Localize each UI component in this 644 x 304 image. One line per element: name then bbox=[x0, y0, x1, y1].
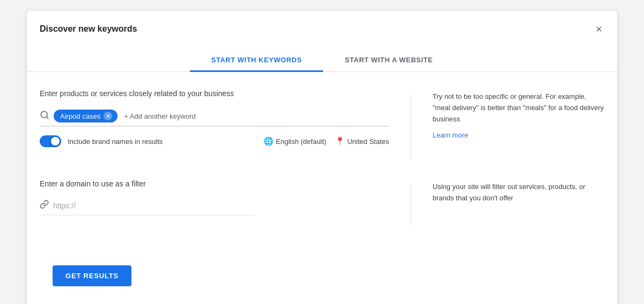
keyword-input-row: Airpod cases ✕ + Add another keyword bbox=[40, 106, 389, 127]
close-button[interactable]: × bbox=[594, 21, 604, 37]
toggle-left: Include brand names in results bbox=[40, 135, 163, 147]
keyword-tag: Airpod cases ✕ bbox=[54, 110, 118, 122]
footer: GET RESULTS bbox=[27, 227, 617, 286]
learn-more-link[interactable]: Learn more bbox=[433, 131, 604, 139]
tabs-container: START WITH KEYWORDS START WITH A WEBSITE bbox=[27, 49, 617, 72]
left-panel-top: Enter products or services closely relat… bbox=[40, 89, 389, 158]
domain-content: Enter a domain to use as a filter Using … bbox=[27, 158, 617, 227]
location-label: United States bbox=[347, 137, 389, 146]
keyword-tag-text: Airpod cases bbox=[60, 112, 100, 120]
locale-info: 🌐 English (default) 📍 United States bbox=[264, 136, 389, 146]
svg-line-1 bbox=[46, 117, 48, 118]
get-results-button[interactable]: GET RESULTS bbox=[53, 265, 131, 286]
domain-left: Enter a domain to use as a filter bbox=[40, 179, 389, 227]
modal-title: Discover new keywords bbox=[40, 24, 137, 34]
section-label: Enter products or services closely relat… bbox=[40, 89, 389, 98]
tab-keywords[interactable]: START WITH KEYWORDS bbox=[190, 49, 324, 72]
keyword-tag-close-button[interactable]: ✕ bbox=[104, 112, 112, 120]
right-panel-top: Try not to be too specific or general. F… bbox=[433, 89, 604, 158]
location-icon: 📍 bbox=[335, 136, 345, 146]
add-keyword-button[interactable]: + Add another keyword bbox=[122, 112, 197, 120]
location-selector[interactable]: 📍 United States bbox=[335, 136, 389, 146]
discover-keywords-modal: Discover new keywords × START WITH KEYWO… bbox=[27, 11, 617, 304]
vertical-divider bbox=[411, 93, 411, 158]
modal-header: Discover new keywords × bbox=[27, 11, 617, 37]
language-label: English (default) bbox=[276, 137, 326, 146]
globe-icon: 🌐 bbox=[264, 136, 274, 146]
toggle-row: Include brand names in results 🌐 English… bbox=[40, 135, 389, 147]
main-content-top: Enter products or services closely relat… bbox=[27, 72, 617, 158]
tab-website[interactable]: START WITH A WEBSITE bbox=[323, 49, 454, 72]
domain-section-label: Enter a domain to use as a filter bbox=[40, 179, 389, 188]
domain-right: Using your site will filter out services… bbox=[433, 179, 604, 227]
domain-hint-text: Using your site will filter out services… bbox=[433, 182, 604, 204]
domain-input[interactable] bbox=[53, 201, 254, 210]
domain-input-row bbox=[40, 197, 254, 215]
language-selector[interactable]: 🌐 English (default) bbox=[264, 136, 326, 146]
search-icon bbox=[40, 110, 49, 122]
vertical-divider-domain bbox=[411, 184, 411, 227]
brand-names-toggle[interactable] bbox=[40, 135, 61, 147]
link-icon bbox=[40, 200, 49, 212]
toggle-label: Include brand names in results bbox=[68, 137, 163, 146]
keywords-hint-text: Try not to be too specific or general. F… bbox=[433, 91, 604, 125]
